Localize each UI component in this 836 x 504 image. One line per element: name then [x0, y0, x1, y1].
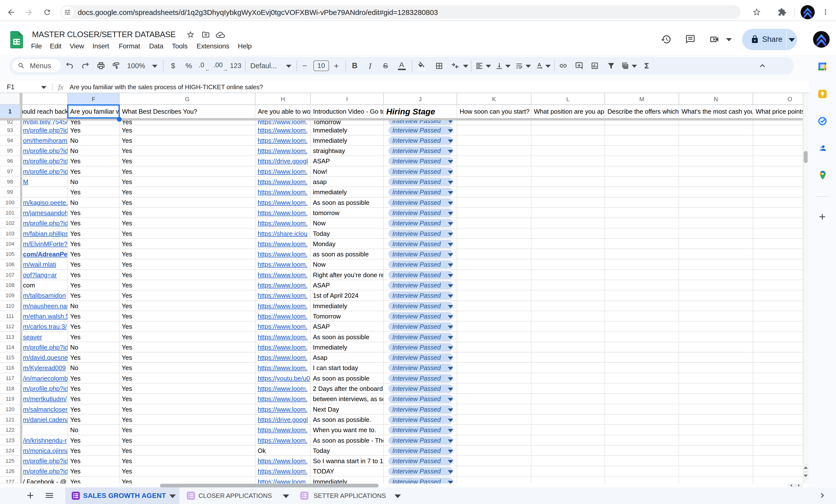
svg-text:31: 31: [820, 64, 824, 69]
